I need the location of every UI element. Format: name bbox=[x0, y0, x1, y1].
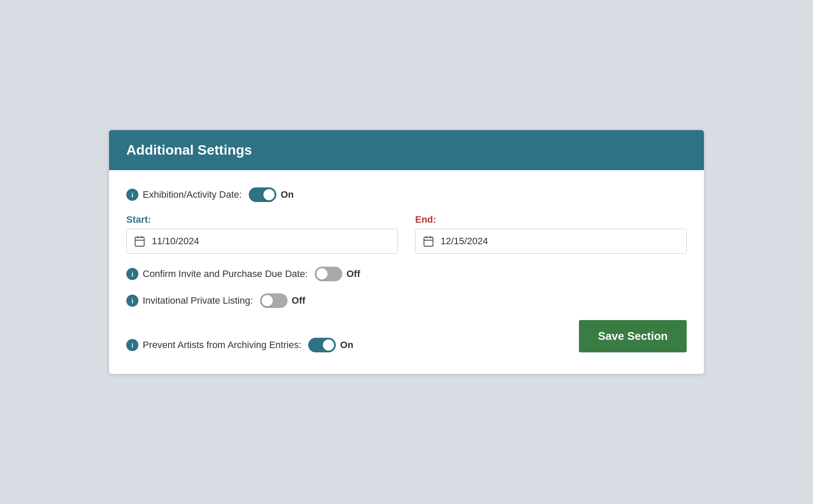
start-date-label: Start: bbox=[126, 214, 398, 225]
exhibition-date-row: i Exhibition/Activity Date: On bbox=[126, 187, 687, 202]
private-listing-toggle[interactable] bbox=[260, 293, 288, 308]
end-date-input[interactable] bbox=[441, 236, 679, 247]
exhibition-date-label: Exhibition/Activity Date: bbox=[143, 189, 242, 200]
confirm-invite-toggle[interactable] bbox=[315, 267, 342, 281]
private-listing-info-icon[interactable]: i bbox=[126, 295, 138, 307]
prevent-archive-info-icon[interactable]: i bbox=[126, 339, 138, 351]
prevent-archive-label: Prevent Artists from Archiving Entries: bbox=[143, 339, 301, 351]
exhibition-date-status: On bbox=[281, 189, 294, 200]
end-calendar-icon bbox=[422, 235, 435, 247]
date-section: Start: End: bbox=[126, 214, 687, 254]
svg-rect-4 bbox=[424, 237, 433, 246]
confirm-invite-toggle-wrapper: Off bbox=[315, 267, 360, 281]
private-listing-status: Off bbox=[292, 295, 306, 306]
prevent-archive-toggle[interactable] bbox=[308, 338, 336, 352]
svg-rect-0 bbox=[135, 237, 144, 246]
card-header: Additional Settings bbox=[109, 130, 704, 170]
exhibition-date-info-icon[interactable]: i bbox=[126, 189, 138, 201]
confirm-invite-row: i Confirm Invite and Purchase Due Date: … bbox=[126, 267, 687, 281]
bottom-row: i Prevent Artists from Archiving Entries… bbox=[126, 320, 687, 352]
prevent-archive-status: On bbox=[340, 339, 353, 351]
private-listing-slider bbox=[260, 293, 288, 308]
end-date-group: End: bbox=[415, 214, 687, 254]
start-date-input-wrapper[interactable] bbox=[126, 229, 398, 254]
page-title: Additional Settings bbox=[126, 142, 687, 158]
exhibition-date-slider bbox=[249, 187, 276, 202]
prevent-archive-row: i Prevent Artists from Archiving Entries… bbox=[126, 338, 353, 352]
private-listing-row: i Invitational Private Listing: Off bbox=[126, 293, 687, 308]
prevent-archive-slider bbox=[308, 338, 336, 352]
confirm-invite-info-icon[interactable]: i bbox=[126, 268, 138, 280]
date-row: Start: End: bbox=[126, 214, 687, 254]
start-date-input[interactable] bbox=[152, 236, 391, 247]
end-date-label: End: bbox=[415, 214, 687, 225]
start-date-group: Start: bbox=[126, 214, 398, 254]
private-listing-toggle-wrapper: Off bbox=[260, 293, 306, 308]
private-listing-label: Invitational Private Listing: bbox=[143, 295, 253, 306]
prevent-archive-toggle-wrapper: On bbox=[308, 338, 353, 352]
confirm-invite-status: Off bbox=[347, 268, 360, 280]
card-body: i Exhibition/Activity Date: On Start: bbox=[109, 170, 704, 374]
confirm-invite-label: Confirm Invite and Purchase Due Date: bbox=[143, 268, 308, 280]
start-calendar-icon bbox=[134, 235, 146, 247]
confirm-invite-slider bbox=[315, 267, 342, 281]
save-section-button[interactable]: Save Section bbox=[579, 320, 687, 352]
additional-settings-card: Additional Settings i Exhibition/Activit… bbox=[109, 130, 704, 374]
exhibition-date-toggle[interactable] bbox=[249, 187, 276, 202]
end-date-input-wrapper[interactable] bbox=[415, 229, 687, 254]
exhibition-date-toggle-wrapper: On bbox=[249, 187, 294, 202]
